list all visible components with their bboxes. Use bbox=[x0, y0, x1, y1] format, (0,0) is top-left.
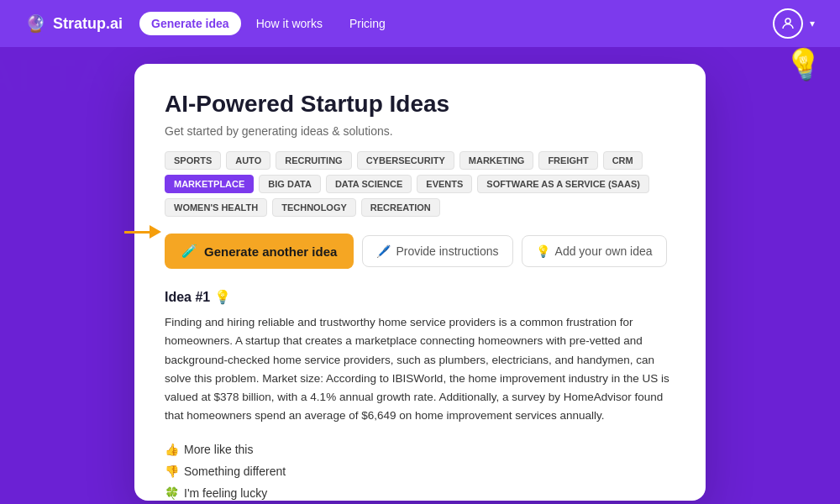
flask-icon: 🧪 bbox=[181, 244, 197, 259]
reactions-container: 👍 More like this 👎 Something different 🍀… bbox=[165, 443, 675, 501]
main-wrapper: AI-Powered Startup Ideas Get started by … bbox=[0, 47, 840, 501]
provide-instructions-label: Provide instructions bbox=[396, 244, 498, 258]
add-own-idea-label: Add your own idea bbox=[555, 244, 653, 258]
nav-how-it-works[interactable]: How it works bbox=[244, 12, 334, 35]
thumbs-down-icon: 👎 bbox=[165, 465, 179, 478]
user-avatar-icon[interactable] bbox=[773, 8, 803, 39]
tag-big-data[interactable]: BIG DATA bbox=[259, 175, 321, 193]
tag-events[interactable]: EVENTS bbox=[417, 175, 472, 193]
idea-text: Finding and hiring reliable and trustwor… bbox=[165, 313, 675, 426]
provide-instructions-button[interactable]: 🖊️ Provide instructions bbox=[362, 235, 512, 267]
arrow-line bbox=[124, 231, 150, 234]
generate-idea-button[interactable]: 🧪 Generate another idea bbox=[165, 234, 354, 269]
generate-idea-label: Generate another idea bbox=[204, 244, 337, 259]
tag-saas[interactable]: SOFTWARE AS A SERVICE (SAAS) bbox=[477, 175, 649, 193]
card-subtitle: Get started by generating ideas & soluti… bbox=[165, 124, 675, 138]
logo[interactable]: 🔮 Stratup.ai bbox=[25, 13, 123, 34]
bulb-icon: 💡 bbox=[536, 244, 550, 258]
tag-marketplace[interactable]: MARKETPLACE bbox=[165, 175, 254, 193]
reaction-more-label: More like this bbox=[184, 443, 253, 456]
add-own-idea-button[interactable]: 💡 Add your own idea bbox=[522, 235, 667, 267]
tag-recreation[interactable]: RECREATION bbox=[361, 198, 440, 217]
tags-container: SPORTS AUTO RECRUITING CYBERSECURITY MAR… bbox=[165, 151, 675, 217]
tag-recruiting[interactable]: RECRUITING bbox=[276, 151, 351, 170]
tag-marketing[interactable]: MARKETING bbox=[459, 151, 534, 170]
idea-header: Idea #1 💡 bbox=[165, 289, 675, 305]
thumbs-up-icon: 👍 bbox=[165, 443, 179, 456]
lightbulb-decoration: 💡 bbox=[783, 44, 827, 85]
reaction-feeling-lucky[interactable]: 🍀 I'm feeling lucky bbox=[165, 486, 675, 500]
clover-icon: 🍀 bbox=[165, 486, 179, 500]
pencil-icon: 🖊️ bbox=[376, 244, 391, 258]
user-menu-chevron[interactable]: ▾ bbox=[810, 18, 815, 29]
tag-sports[interactable]: SPORTS bbox=[165, 151, 221, 170]
tag-data-science[interactable]: DATA SCIENCE bbox=[326, 175, 412, 193]
svg-point-0 bbox=[785, 18, 790, 24]
nav-right: ▾ bbox=[773, 8, 815, 39]
logo-icon: 🔮 bbox=[25, 13, 46, 34]
arrow-indicator bbox=[124, 225, 161, 239]
arrow-head bbox=[150, 225, 161, 239]
card-title: AI-Powered Startup Ideas bbox=[165, 91, 675, 118]
tag-technology[interactable]: TECHNOLOGY bbox=[272, 198, 356, 217]
tag-cybersecurity[interactable]: CYBERSECURITY bbox=[357, 151, 454, 170]
tag-auto[interactable]: AUTO bbox=[226, 151, 270, 170]
reaction-different-label: Something different bbox=[184, 465, 286, 478]
navbar: 🔮 Stratup.ai Generate idea How it works … bbox=[0, 0, 840, 47]
tag-freight[interactable]: FREIGHT bbox=[538, 151, 597, 170]
nav-pricing[interactable]: Pricing bbox=[338, 12, 397, 35]
nav-generate-idea[interactable]: Generate idea bbox=[139, 12, 241, 35]
main-card: AI-Powered Startup Ideas Get started by … bbox=[134, 64, 706, 501]
nav-links: Generate idea How it works Pricing bbox=[139, 12, 773, 35]
reaction-something-different[interactable]: 👎 Something different bbox=[165, 465, 675, 478]
action-buttons-row: 🧪 Generate another idea 🖊️ Provide instr… bbox=[165, 234, 675, 269]
tag-crm[interactable]: CRM bbox=[603, 151, 643, 170]
tag-womens-health[interactable]: WOMEN'S HEALTH bbox=[165, 198, 267, 217]
logo-text: Stratup.ai bbox=[53, 15, 123, 33]
reaction-more-like-this[interactable]: 👍 More like this bbox=[165, 443, 675, 456]
reaction-lucky-label: I'm feeling lucky bbox=[184, 486, 267, 500]
